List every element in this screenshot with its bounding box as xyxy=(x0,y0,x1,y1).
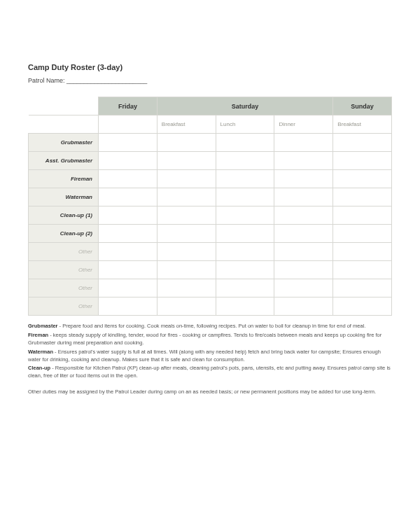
role-text: - keeps steady supply of kindling, tende… xyxy=(28,332,382,346)
table-row: Grubmaster xyxy=(29,134,392,152)
cell[interactable] xyxy=(157,261,216,279)
table-row: Clean-up (1) xyxy=(29,206,392,225)
cell[interactable] xyxy=(333,206,392,225)
cell[interactable] xyxy=(333,225,392,243)
cell[interactable] xyxy=(274,170,333,188)
desc-waterman: Waterman - Ensures patrol's water supply… xyxy=(28,349,392,364)
cell[interactable] xyxy=(99,134,158,152)
cell[interactable] xyxy=(99,170,158,188)
cell[interactable] xyxy=(157,188,216,206)
role-name: Grubmaster xyxy=(28,323,58,329)
cell[interactable] xyxy=(216,170,274,188)
cell[interactable] xyxy=(216,225,274,243)
role-descriptions: Grubmaster - Prepare food and items for … xyxy=(28,323,392,380)
row-asst-grubmaster: Asst. Grubmaster xyxy=(29,152,99,170)
table-row: Other xyxy=(29,261,392,279)
cell[interactable] xyxy=(216,261,274,279)
desc-fireman: Fireman - keeps steady supply of kindlin… xyxy=(28,332,392,347)
role-text: - Ensures patrol's water supply is full … xyxy=(28,349,381,363)
table-row: Asst. Grubmaster xyxy=(29,152,392,170)
cell[interactable] xyxy=(333,152,392,170)
cell[interactable] xyxy=(216,152,274,170)
cell[interactable] xyxy=(99,298,158,316)
cell[interactable] xyxy=(274,206,333,225)
table-row: Other xyxy=(29,243,392,261)
role-name: Waterman xyxy=(28,349,53,355)
footer-note: Other duties may be assigned by the Patr… xyxy=(28,388,392,396)
cell[interactable] xyxy=(99,188,158,206)
table-row: Fireman xyxy=(29,170,392,188)
cell[interactable] xyxy=(157,134,216,152)
cell[interactable] xyxy=(157,298,216,316)
cell[interactable] xyxy=(274,188,333,206)
roster-table: Friday Saturday Sunday Breakfast Lunch D… xyxy=(28,97,392,316)
col-sunday: Sunday xyxy=(333,97,392,115)
row-other: Other xyxy=(29,279,99,298)
cell[interactable] xyxy=(333,298,392,316)
col-friday: Friday xyxy=(99,97,158,115)
cell[interactable] xyxy=(274,243,333,261)
cell[interactable] xyxy=(216,188,274,206)
row-grubmaster: Grubmaster xyxy=(29,134,99,152)
row-other: Other xyxy=(29,243,99,261)
row-waterman: Waterman xyxy=(29,188,99,206)
subheader-blank-2 xyxy=(99,115,158,134)
cell[interactable] xyxy=(333,170,392,188)
cell[interactable] xyxy=(157,206,216,225)
cell[interactable] xyxy=(99,152,158,170)
cell[interactable] xyxy=(216,206,274,225)
row-fireman: Fireman xyxy=(29,170,99,188)
row-cleanup-1: Clean-up (1) xyxy=(29,206,99,225)
row-other: Other xyxy=(29,298,99,316)
row-cleanup-2: Clean-up (2) xyxy=(29,225,99,243)
cell[interactable] xyxy=(157,170,216,188)
cell[interactable] xyxy=(216,279,274,298)
table-row: Waterman xyxy=(29,188,392,206)
cell[interactable] xyxy=(157,279,216,298)
cell[interactable] xyxy=(99,279,158,298)
table-row: Clean-up (2) xyxy=(29,225,392,243)
cell[interactable] xyxy=(333,279,392,298)
cell[interactable] xyxy=(216,134,274,152)
table-row: Other xyxy=(29,298,392,316)
cell[interactable] xyxy=(274,225,333,243)
table-row: Other xyxy=(29,279,392,298)
cell[interactable] xyxy=(274,134,333,152)
role-text: - Responsible for Kitchen Patrol (KP) cl… xyxy=(28,365,391,379)
subheader-blank-1 xyxy=(29,115,99,134)
header-blank xyxy=(29,97,99,115)
cell[interactable] xyxy=(216,298,274,316)
cell[interactable] xyxy=(99,243,158,261)
page-title: Camp Duty Roster (3-day) xyxy=(28,63,392,71)
cell[interactable] xyxy=(333,243,392,261)
cell[interactable] xyxy=(274,261,333,279)
desc-grubmaster: Grubmaster - Prepare food and items for … xyxy=(28,323,392,330)
role-text: - Prepare food and items for cooking. Co… xyxy=(58,323,366,329)
patrol-name-field[interactable]: Patrol Name: _______________________ xyxy=(28,77,392,84)
cell[interactable] xyxy=(99,206,158,225)
cell[interactable] xyxy=(333,261,392,279)
col-saturday: Saturday xyxy=(157,97,332,115)
row-other: Other xyxy=(29,261,99,279)
role-name: Fireman xyxy=(28,332,48,338)
cell[interactable] xyxy=(333,188,392,206)
cell[interactable] xyxy=(157,152,216,170)
col-sat-breakfast: Breakfast xyxy=(157,115,216,134)
cell[interactable] xyxy=(216,243,274,261)
desc-cleanup: Clean-up - Responsible for Kitchen Patro… xyxy=(28,365,392,380)
cell[interactable] xyxy=(99,225,158,243)
cell[interactable] xyxy=(157,243,216,261)
col-sat-dinner: Dinner xyxy=(274,115,333,134)
cell[interactable] xyxy=(274,279,333,298)
col-sat-lunch: Lunch xyxy=(216,115,274,134)
role-name: Clean-up xyxy=(28,365,50,371)
cell[interactable] xyxy=(99,261,158,279)
cell[interactable] xyxy=(274,298,333,316)
cell[interactable] xyxy=(274,152,333,170)
col-sun-breakfast: Breakfast xyxy=(333,115,392,134)
cell[interactable] xyxy=(157,225,216,243)
cell[interactable] xyxy=(333,134,392,152)
